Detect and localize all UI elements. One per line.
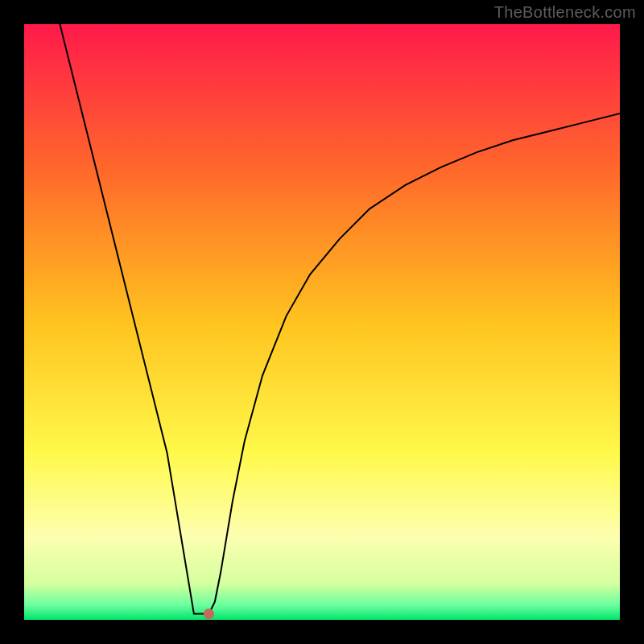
bottleneck-chart: [24, 24, 620, 620]
chart-frame: TheBottleneck.com: [0, 0, 644, 644]
gradient-background: [24, 24, 620, 620]
watermark-text: TheBottleneck.com: [494, 3, 636, 22]
marker-dot: [204, 609, 214, 619]
